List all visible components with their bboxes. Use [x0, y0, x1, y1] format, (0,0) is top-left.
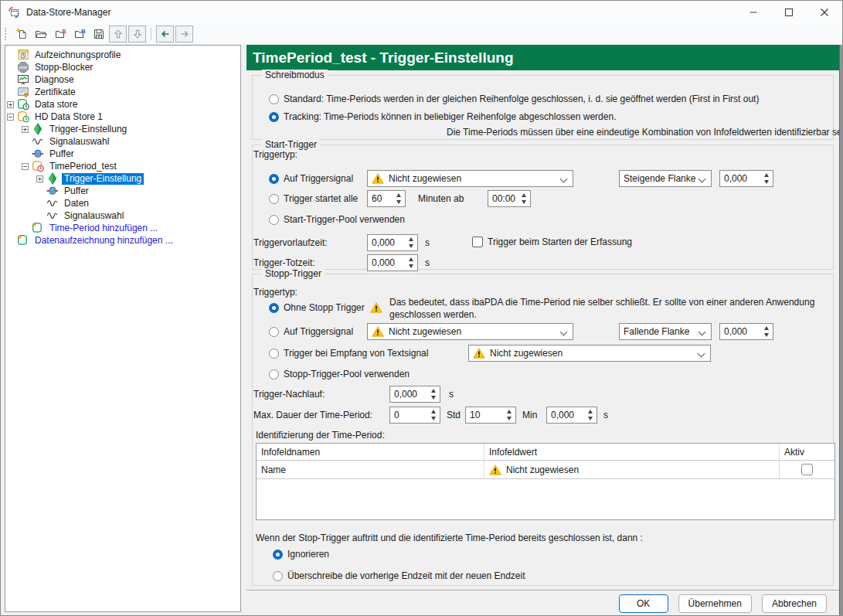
tree-item-data-store[interactable]: +Data store — [5, 98, 240, 111]
spinner-arrows-icon[interactable] — [519, 193, 528, 204]
tree-item-label: TimePeriod_test — [47, 161, 119, 172]
tree-item-puffer[interactable]: Puffer — [5, 148, 240, 160]
tree-item-datenaufzeichnung-hinzufügen[interactable]: Datenaufzeichnung hinzufügen ... — [5, 234, 240, 247]
start-edge-combo[interactable]: Steigende Flanke — [619, 170, 712, 187]
tree-item-trigger-einstellung[interactable]: +Trigger-Einstellung — [5, 172, 240, 185]
tree-item-signalauswahl[interactable]: Signalauswahl — [5, 209, 240, 222]
page-title: TimePeriod_test - Trigger-Einstellung — [246, 45, 839, 70]
minimize-button[interactable] — [736, 1, 771, 24]
expand-icon[interactable]: + — [7, 101, 14, 108]
tree-item-daten[interactable]: Daten — [5, 197, 240, 209]
close-button[interactable] — [807, 1, 842, 24]
stop-trigger-signal-combo[interactable]: Nicht zugewiesen — [367, 323, 573, 340]
warning-icon — [372, 326, 384, 337]
tree-item-signalauswahl[interactable]: Signalauswahl — [5, 135, 240, 148]
write-mode-tracking-option[interactable]: Tracking: Time-Periods können in beliebi… — [269, 111, 616, 123]
save-button[interactable] — [90, 26, 107, 43]
table-row[interactable]: Name Nicht zugewiesen — [257, 461, 835, 479]
tree-item-timeperiod-test[interactable]: −TimePeriod_test — [5, 160, 240, 172]
tree-item-diagnose[interactable]: Diagnose — [5, 73, 240, 86]
arrow-right-icon — [178, 28, 191, 40]
stop-none-option[interactable]: Ohne Stopp Trigger — [269, 301, 365, 314]
stop-on-signal-option[interactable]: Auf Triggersignal — [269, 325, 353, 338]
expand-icon[interactable]: + — [36, 175, 43, 182]
file-s-button[interactable]: S — [51, 26, 69, 43]
max-minutes-spinner[interactable]: 10 — [465, 407, 516, 424]
acquisition-start-option[interactable]: Trigger beim Starten der Erfassung — [472, 236, 632, 248]
spinner-arrows-icon[interactable] — [429, 410, 437, 420]
new-data-store-button[interactable] — [12, 26, 30, 43]
max-seconds-spinner[interactable]: 0,000 — [546, 407, 597, 424]
stop-pool-option[interactable]: Stopp-Trigger-Pool verwenden — [269, 368, 410, 380]
stop-text-signal-option[interactable]: Trigger bei Empfang von Textsignal — [269, 347, 428, 359]
infofeld-name-cell[interactable]: Name — [257, 461, 484, 478]
radio-ignore[interactable] — [273, 550, 283, 560]
stop-text-signal-combo[interactable]: Nicht zugewiesen — [468, 345, 711, 362]
tree-item-zertifikate[interactable]: Zertifikate — [5, 86, 240, 98]
stop-edge-combo[interactable]: Fallende Flanke — [619, 323, 712, 340]
interval-minutes-spinner[interactable]: 60 — [367, 190, 406, 207]
spinner-arrows-icon[interactable] — [505, 410, 513, 420]
arrow-up-icon — [112, 28, 124, 40]
vertical-scrollbar[interactable] — [839, 45, 843, 616]
table-header-aktiv[interactable]: Aktiv — [780, 444, 835, 460]
cancel-button[interactable]: Abbrechen — [762, 594, 827, 613]
radio-stop-pool[interactable] — [269, 369, 279, 379]
collapse-icon[interactable]: − — [22, 163, 29, 170]
radio-standard[interactable] — [269, 94, 279, 104]
radio-tracking[interactable] — [269, 112, 279, 122]
spinner-arrows-icon[interactable] — [394, 193, 403, 204]
spinner-arrows-icon[interactable] — [586, 410, 594, 420]
start-on-signal-option[interactable]: Auf Triggersignal — [269, 172, 353, 185]
nav-forward-button — [175, 26, 193, 43]
radio-start-pool[interactable] — [269, 215, 279, 225]
open-folder-button[interactable] — [32, 26, 49, 43]
radio-start-on-signal[interactable] — [269, 174, 279, 184]
tree-item-hd-data-store-1[interactable]: −HD Data Store 1 — [5, 111, 240, 123]
tree-item-time-period-hinzufügen[interactable]: Time-Period hinzufügen ... — [5, 222, 240, 234]
max-minutes-value: 10 — [470, 410, 480, 420]
tracking-note: Die Time-Periods müssen über eine eindeu… — [447, 126, 843, 138]
start-interval-option[interactable]: Trigger startet alle — [269, 192, 358, 205]
table-header-row: Infofeldnamen Infofeldwert Aktiv — [257, 444, 835, 461]
pre-time-spinner[interactable]: 0,000 — [367, 234, 418, 251]
table-header-infofeldwert[interactable]: Infofeldwert — [484, 444, 780, 460]
start-pool-option[interactable]: Start-Trigger-Pool verwenden — [269, 213, 405, 226]
post-time-spinner[interactable]: 0,000 — [389, 386, 440, 403]
radio-overwrite[interactable] — [273, 571, 283, 581]
trigger-on-acquisition-start-checkbox[interactable] — [472, 237, 483, 247]
spinner-arrows-icon[interactable] — [762, 173, 770, 184]
start-trigger-signal-combo[interactable]: Nicht zugewiesen — [367, 170, 573, 187]
ok-button[interactable]: OK — [619, 594, 668, 613]
radio-start-interval[interactable] — [269, 194, 279, 204]
tree-item-aufzeichnungsprofile[interactable]: Aufzeichnungsprofile — [5, 49, 240, 61]
spinner-arrows-icon[interactable] — [406, 257, 415, 268]
tree-item-puffer[interactable]: Puffer — [5, 185, 240, 197]
write-mode-standard-option[interactable]: Standard: Time-Periods werden in der gle… — [269, 93, 759, 105]
expand-icon[interactable]: + — [22, 126, 29, 133]
start-level-spinner[interactable]: 0,000 — [719, 170, 773, 187]
spinner-arrows-icon[interactable] — [406, 237, 415, 248]
nav-back-button[interactable] — [156, 26, 174, 43]
radio-stop-text-signal[interactable] — [269, 349, 279, 359]
aktiv-checkbox[interactable] — [801, 464, 813, 475]
table-header-infofeldnamen[interactable]: Infofeldnamen — [257, 444, 484, 460]
spinner-arrows-icon[interactable] — [762, 326, 770, 337]
max-hours-spinner[interactable]: 0 — [389, 407, 440, 424]
dead-time-spinner[interactable]: 0,000 — [367, 254, 418, 271]
radio-stop-none[interactable] — [269, 303, 279, 313]
aktiv-cell[interactable] — [780, 461, 835, 478]
overwrite-option[interactable]: Überschreibe die vorherige Endzeit mit d… — [273, 570, 525, 582]
maximize-button[interactable] — [771, 1, 807, 24]
tree-item-trigger-einstellung[interactable]: +Trigger-Einstellung — [5, 123, 240, 135]
infofeld-value-cell[interactable]: Nicht zugewiesen — [484, 461, 780, 478]
collapse-icon[interactable]: − — [7, 114, 14, 121]
interval-start-time-spinner[interactable]: 00:00 — [488, 190, 531, 207]
file-b-button[interactable]: B — [70, 26, 88, 43]
radio-stop-on-signal[interactable] — [269, 327, 279, 337]
stop-level-spinner[interactable]: 0,000 — [719, 323, 773, 340]
tree-item-stopp-blocker[interactable]: STOPStopp-Blocker — [5, 61, 240, 73]
spinner-arrows-icon[interactable] — [429, 389, 437, 400]
apply-button[interactable]: Übernehmen — [678, 594, 752, 613]
ignore-option[interactable]: Ignorieren — [273, 548, 329, 560]
